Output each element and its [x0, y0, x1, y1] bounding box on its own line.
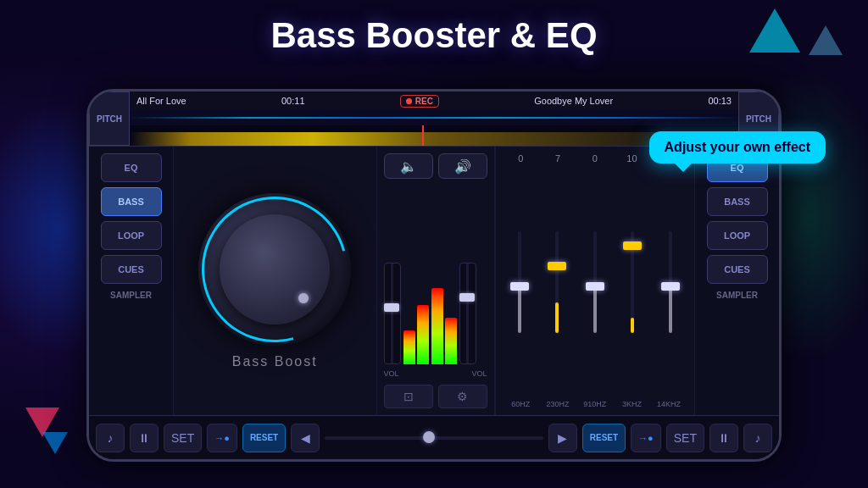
music-btn-right[interactable]: ♪ [743, 424, 772, 452]
vu-bar-1 [403, 330, 415, 364]
music-btn-left[interactable]: ♪ [96, 424, 125, 452]
bass-btn-left[interactable]: BASS [101, 187, 162, 216]
vu-track-left [391, 263, 393, 363]
pitch-btn-left[interactable]: PITCH [89, 92, 130, 146]
sampler-label-right: SAMPLER [716, 291, 758, 300]
arrow-btn-right[interactable]: →● [631, 424, 661, 452]
volume-down-icon: 🔈 [400, 158, 417, 175]
vu-slider-left[interactable] [384, 263, 401, 364]
playhead [422, 125, 424, 146]
main-content: EQ BASS LOOP CUES SAMPLER Bass Boost [89, 147, 779, 415]
seek-left-icon: ◀ [301, 431, 310, 445]
eq-slider-230hz[interactable] [540, 231, 575, 333]
eq-freq-1: 230HZ [541, 400, 575, 408]
eq-slider-60hz[interactable] [503, 231, 537, 333]
bass-btn-right[interactable]: BASS [707, 187, 768, 216]
tooltip-bubble: Adjust your own effect [649, 131, 826, 164]
volume-down-btn[interactable]: 🔈 [384, 153, 433, 179]
knob-outer[interactable] [198, 193, 351, 346]
eq-track-0 [518, 231, 521, 333]
vu-thumb-left[interactable] [384, 303, 399, 312]
track-name-right: Goodbye My Lover [534, 96, 613, 106]
seek-left-btn[interactable]: ◀ [291, 424, 320, 452]
eq-freq-0: 60HZ [504, 400, 537, 408]
knob-inner[interactable] [220, 214, 330, 324]
eq-freq-4: 14KHZ [652, 400, 686, 408]
pause-icon-left: ⏸ [138, 431, 150, 445]
track-header: All For Love 00:11 REC Goodbye My Lover … [130, 92, 738, 110]
eq-thumb-2[interactable] [586, 282, 604, 291]
transport-slider[interactable] [325, 436, 543, 440]
knob-container[interactable] [198, 193, 351, 346]
eq-track-4 [669, 231, 672, 333]
vu-bar-3 [431, 288, 443, 364]
deco-triangle-4 [42, 432, 68, 454]
eq-sliders [503, 167, 688, 396]
eq-btn-left[interactable]: EQ [101, 153, 162, 182]
tooltip-text: Adjust your own effect [665, 140, 810, 154]
music-icon-left: ♪ [108, 431, 114, 445]
page-title: Bass Booster & EQ [0, 15, 868, 56]
eq-freq-labels: 60HZ 230HZ 910HZ 3KHZ 14KHZ [503, 400, 688, 408]
vol-label-left: VOL [384, 369, 399, 378]
eq-slider-14khz[interactable] [654, 231, 688, 333]
eq-thumb-4[interactable] [661, 282, 680, 291]
vu-meters [384, 186, 487, 364]
arrow-btn-left[interactable]: →● [207, 424, 237, 452]
settings-icon: ⚙ [457, 390, 468, 403]
vu-bottom-btns: ⊡ ⚙ [384, 385, 487, 408]
eq-val-0: 0 [504, 153, 537, 164]
reset-btn-right[interactable]: RESET [582, 424, 626, 452]
rec-button[interactable]: REC [400, 95, 439, 108]
knob-label: Bass Boost [232, 354, 318, 369]
eq-val-1: 7 [541, 153, 575, 164]
left-panel: EQ BASS LOOP CUES SAMPLER [89, 147, 174, 415]
pause-icon-right: ⏸ [718, 431, 730, 445]
vu-bar-2 [417, 305, 429, 364]
eq-thumb-1[interactable] [548, 262, 566, 270]
loop-btn-right[interactable]: LOOP [707, 221, 768, 250]
volume-up-btn[interactable]: 🔊 [438, 153, 487, 179]
waveform-yellow [130, 132, 738, 146]
eq-thumb-3[interactable] [623, 241, 642, 250]
vu-track-right [466, 263, 469, 363]
knob-indicator [298, 293, 309, 303]
seek-right-btn[interactable]: ▶ [548, 424, 577, 452]
track-time-left: 00:11 [281, 96, 305, 106]
vu-settings-btn[interactable]: ⚙ [438, 385, 487, 408]
vu-slider-right[interactable] [459, 263, 476, 364]
track-name-left: All For Love [136, 96, 186, 106]
rec-dot [406, 98, 412, 104]
transport-thumb[interactable] [423, 431, 435, 443]
eq-fill-3 [631, 318, 634, 333]
eq-val-3: 10 [615, 153, 648, 164]
vu-bars-right [431, 263, 457, 364]
eq-slider-3khz[interactable] [615, 231, 650, 333]
eq-track-2 [593, 231, 597, 333]
eq-freq-3: 3KHZ [615, 400, 648, 408]
vu-panel: 🔈 🔊 [376, 147, 495, 415]
reset-btn-left[interactable]: RESET [242, 424, 286, 452]
sampler-label-left: SAMPLER [110, 291, 152, 300]
set-btn-left[interactable]: SET [164, 424, 202, 452]
track-time-right: 00:13 [708, 96, 732, 106]
eq-track-1 [555, 231, 559, 333]
pause-btn-left[interactable]: ⏸ [130, 424, 159, 452]
vu-camera-btn[interactable]: ⊡ [384, 385, 433, 408]
eq-slider-910hz[interactable] [578, 231, 613, 333]
set-btn-right[interactable]: SET [666, 424, 704, 452]
vu-bars-left [403, 263, 429, 364]
pause-btn-right[interactable]: ⏸ [709, 424, 738, 452]
cues-btn-right[interactable]: CUES [707, 255, 768, 284]
cues-btn-left[interactable]: CUES [101, 255, 162, 284]
knob-area: Bass Boost [174, 147, 376, 415]
eq-thumb-0[interactable] [510, 282, 529, 291]
vu-controls: 🔈 🔊 [384, 153, 487, 179]
loop-btn-left[interactable]: LOOP [101, 221, 162, 250]
waveform-canvas [130, 110, 738, 146]
waveform-line [130, 117, 738, 119]
eq-fill-1 [555, 302, 559, 333]
vu-thumb-right[interactable] [459, 293, 475, 302]
eq-panel: 0 7 0 10 0 [495, 147, 695, 415]
rec-label: REC [415, 97, 433, 106]
